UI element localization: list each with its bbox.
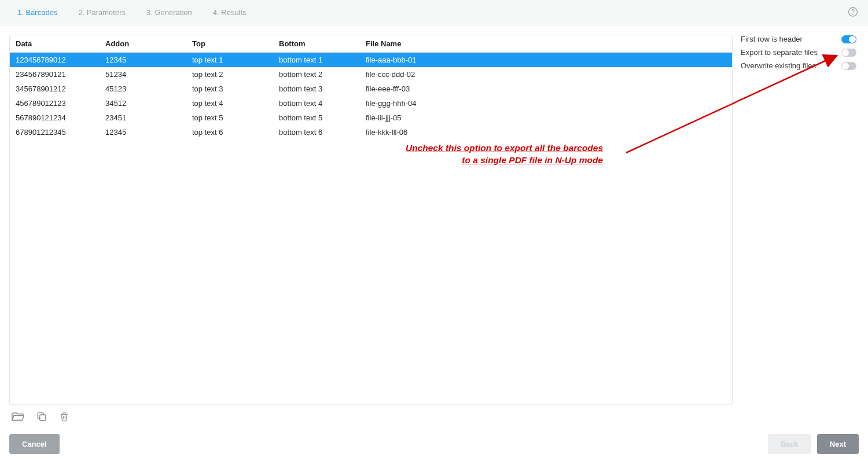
copy-icon[interactable] (36, 411, 47, 424)
table-cell: 23451 (100, 111, 186, 125)
option-label: First row is header (741, 35, 803, 43)
annotation-line-1: Uncheck this option to export all the ba… (406, 143, 603, 153)
option-row: First row is header (741, 35, 856, 43)
options-panel: First row is headerExport to separate fi… (733, 35, 859, 405)
open-folder-icon[interactable] (12, 411, 24, 424)
table-row[interactable]: 12345678901212345top text 1bottom text 1… (10, 53, 732, 68)
table-cell: 456789012123 (10, 96, 100, 111)
option-label: Overwrite existing files (741, 61, 816, 70)
table-cell: 51234 (100, 67, 186, 82)
table-header[interactable]: Data (10, 35, 100, 53)
table-row[interactable]: 45678901212334512top text 4bottom text 4… (10, 96, 732, 111)
table-cell: file-eee-fff-03 (360, 82, 732, 96)
annotation-line-2: to a single PDF file in N-Up mode (462, 155, 603, 165)
next-button[interactable]: Next (817, 434, 859, 454)
table-cell: top text 3 (186, 82, 273, 96)
table-cell: bottom text 6 (273, 125, 360, 139)
table-cell: 123456789012 (10, 53, 100, 68)
table-header-row: DataAddonTopBottomFile Name (10, 35, 732, 53)
table-cell: 567890121234 (10, 111, 100, 125)
table-row[interactable]: 56789012123423451top text 5bottom text 5… (10, 111, 732, 125)
table-cell: top text 6 (186, 125, 273, 139)
content-row: DataAddonTopBottomFile Name 123456789012… (9, 35, 859, 405)
table-cell: top text 1 (186, 53, 273, 68)
table-cell: bottom text 1 (273, 53, 360, 68)
table-cell: 12345 (100, 125, 186, 139)
table-header[interactable]: Addon (100, 35, 186, 53)
table-row[interactable]: 67890121234512345top text 6bottom text 6… (10, 125, 732, 139)
table-cell: bottom text 4 (273, 96, 360, 111)
table-cell: file-aaa-bbb-01 (360, 53, 732, 68)
tab-step-2[interactable]: 2. Parameters (68, 8, 136, 17)
back-button: Back (768, 434, 811, 454)
table-cell: 45123 (100, 82, 186, 96)
table-cell: bottom text 5 (273, 111, 360, 125)
trash-icon[interactable] (59, 411, 69, 424)
toggle-export-separate-files[interactable] (841, 49, 856, 57)
svg-rect-3 (40, 415, 46, 421)
option-row: Export to separate files (741, 48, 856, 57)
tab-step-1[interactable]: 1. Barcodes (7, 8, 68, 17)
table-cell: 34512 (100, 96, 186, 111)
wizard-tabbar: 1. Barcodes2. Parameters3. Generation4. … (0, 0, 868, 25)
table-cell: 345678901212 (10, 82, 100, 96)
toggle-overwrite-existing[interactable] (841, 62, 856, 70)
table-cell: file-kkk-lll-06 (360, 125, 732, 139)
table-toolbar (9, 411, 859, 424)
table-row[interactable]: 34567890121245123top text 3bottom text 3… (10, 82, 732, 96)
annotation-text: Uncheck this option to export all the ba… (406, 142, 603, 167)
tab-step-3[interactable]: 3. Generation (136, 8, 203, 17)
table-cell: bottom text 3 (273, 82, 360, 96)
tab-step-4[interactable]: 4. Results (203, 8, 257, 17)
table-cell: file-iii-jjj-05 (360, 111, 732, 125)
table-cell: 234567890121 (10, 67, 100, 82)
table-cell: bottom text 2 (273, 67, 360, 82)
svg-point-1 (852, 13, 853, 14)
table-header[interactable]: Top (186, 35, 273, 53)
toggle-first-row-header[interactable] (841, 35, 856, 43)
table-cell: top text 4 (186, 96, 273, 111)
cancel-button[interactable]: Cancel (9, 434, 60, 454)
table-header[interactable]: File Name (360, 35, 732, 53)
table-cell: file-ccc-ddd-02 (360, 67, 732, 82)
table-cell: file-ggg-hhh-04 (360, 96, 732, 111)
help-icon[interactable] (847, 6, 859, 19)
main-area: DataAddonTopBottomFile Name 123456789012… (0, 25, 868, 428)
table-cell: 12345 (100, 53, 186, 68)
table-header[interactable]: Bottom (273, 35, 360, 53)
option-label: Export to separate files (741, 48, 818, 57)
barcode-table[interactable]: DataAddonTopBottomFile Name 123456789012… (9, 35, 733, 405)
table-row[interactable]: 23456789012151234top text 2bottom text 2… (10, 67, 732, 82)
option-row: Overwrite existing files (741, 61, 856, 70)
table-cell: top text 5 (186, 111, 273, 125)
footer-bar: Cancel Back Next (0, 428, 868, 460)
table-cell: top text 2 (186, 67, 273, 82)
table-cell: 678901212345 (10, 125, 100, 139)
